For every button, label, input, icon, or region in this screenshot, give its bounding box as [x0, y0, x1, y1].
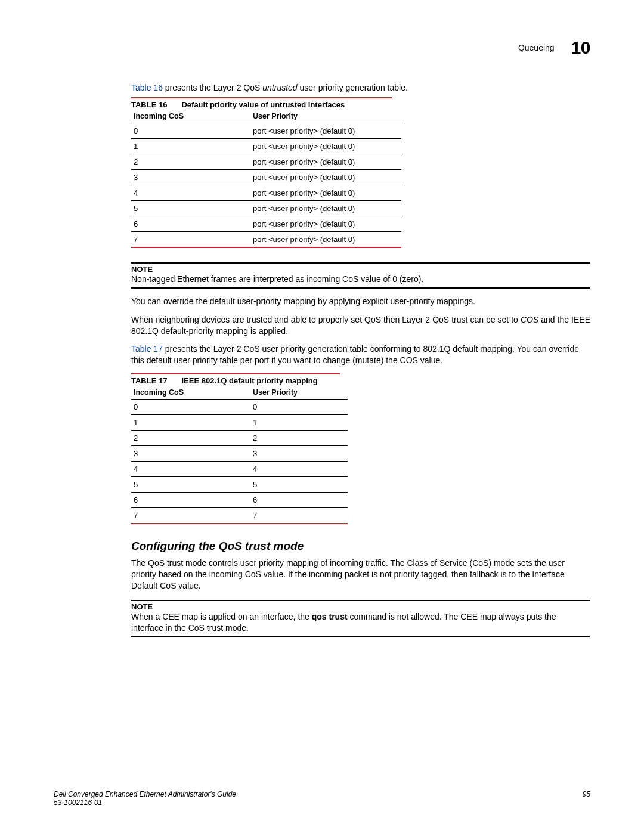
table16-col1: Incoming CoS	[131, 109, 250, 123]
table-row: 2port <user priority> (default 0)	[131, 154, 401, 169]
table16-caption: TABLE 16 Default priority value of untru…	[131, 97, 392, 109]
table-row: 4port <user priority> (default 0)	[131, 185, 401, 200]
table-row: 7port <user priority> (default 0)	[131, 231, 401, 247]
table-row: 6port <user priority> (default 0)	[131, 216, 401, 231]
table-row: 3port <user priority> (default 0)	[131, 169, 401, 185]
table-row: 1port <user priority> (default 0)	[131, 138, 401, 154]
running-header: Queueing 10	[54, 36, 590, 60]
table-row: 33	[131, 446, 348, 462]
table-row: 5port <user priority> (default 0)	[131, 200, 401, 216]
table16: Incoming CoS User Priority 0port <user p…	[131, 109, 401, 248]
table-row: 55	[131, 477, 348, 493]
table-row: 00	[131, 400, 348, 415]
note-2: NOTE When a CEE map is applied on an int…	[131, 600, 590, 637]
table-row: 11	[131, 415, 348, 431]
note-1: NOTE Non-tagged Ethernet frames are inte…	[131, 262, 590, 289]
table17-caption: TABLE 17 IEEE 802.1Q default priority ma…	[131, 373, 340, 385]
override-para: You can override the default user-priori…	[131, 296, 590, 307]
neighbor-para: When neighboring devices are trusted and…	[131, 314, 590, 337]
table-row: 0port <user priority> (default 0)	[131, 123, 401, 138]
section-configuring-qos-trust: Configuring the QoS trust mode	[131, 540, 590, 553]
footer-title: Dell Converged Enhanced Ethernet Adminis…	[54, 790, 236, 798]
table17-col2: User Priority	[250, 385, 348, 400]
table-row: 77	[131, 508, 348, 524]
trust-mode-para: The QoS trust mode controls user priorit…	[131, 558, 590, 592]
table-row: 44	[131, 462, 348, 477]
table17-link[interactable]: Table 17	[131, 344, 163, 354]
page-footer: Dell Converged Enhanced Ethernet Adminis…	[54, 790, 590, 807]
table-row: 66	[131, 493, 348, 508]
section-label: Queueing	[518, 43, 555, 52]
table-row: 22	[131, 431, 348, 446]
chapter-number: 10	[571, 38, 590, 58]
page-number: 95	[583, 790, 590, 798]
intro-table17: Table 17 presents the Layer 2 CoS user p…	[131, 343, 590, 366]
table17: Incoming CoS User Priority 00 11 22 33 4…	[131, 385, 348, 524]
table17-col1: Incoming CoS	[131, 385, 250, 400]
footer-doc: 53-1002116-01	[54, 798, 236, 807]
table16-link[interactable]: Table 16	[131, 83, 163, 92]
table16-col2: User Priority	[250, 109, 401, 123]
intro-table16: Table 16 presents the Layer 2 QoS untrus…	[131, 82, 590, 94]
